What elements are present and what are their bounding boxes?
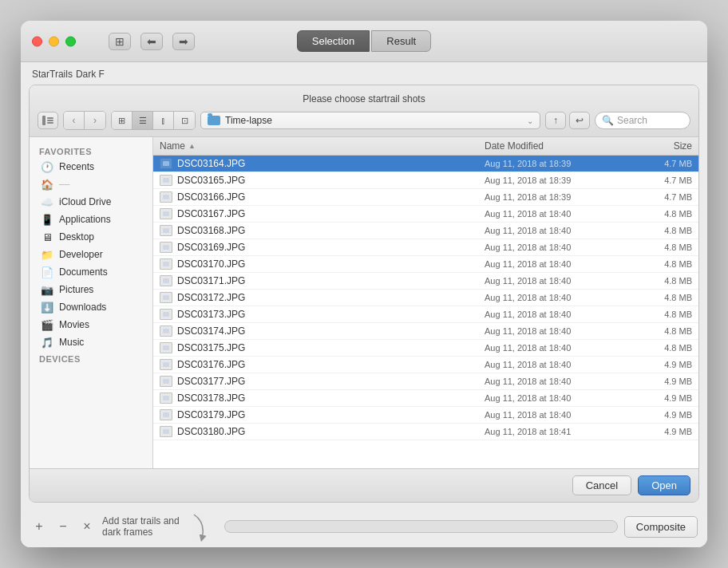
column-view-button[interactable]: ⫿ <box>153 112 174 129</box>
table-row[interactable]: DSC03171.JPG Aug 11, 2018 at 18:40 4.8 M… <box>153 273 698 290</box>
column-size-header[interactable]: Size <box>636 140 692 152</box>
file-date: Aug 11, 2018 at 18:39 <box>485 176 636 185</box>
file-icon <box>160 426 172 437</box>
file-date: Aug 11, 2018 at 18:40 <box>485 360 636 369</box>
file-date: Aug 11, 2018 at 18:41 <box>485 427 636 436</box>
file-name: DSC03168.JPG <box>177 225 485 236</box>
table-row[interactable]: DSC03165.JPG Aug 11, 2018 at 18:39 4.7 M… <box>153 172 698 189</box>
location-dropdown[interactable]: Time-lapse ⌄ <box>200 112 540 129</box>
navigate-forward-icon[interactable]: ➡ <box>172 33 195 50</box>
file-icon <box>160 242 172 253</box>
file-size: 4.9 MB <box>636 360 692 369</box>
sidebar-item-label: Movies <box>59 319 89 330</box>
file-size: 4.8 MB <box>636 259 692 269</box>
file-icon <box>160 225 172 236</box>
table-row[interactable]: DSC03176.JPG Aug 11, 2018 at 18:40 4.9 M… <box>153 357 698 373</box>
composite-button[interactable]: Composite <box>624 516 698 538</box>
column-name-header[interactable]: Name ▲ <box>160 140 485 152</box>
sidebar-item-recents[interactable]: 🕐 Recents <box>33 158 149 176</box>
file-icon <box>160 376 172 387</box>
developer-icon: 📁 <box>41 248 53 261</box>
sidebar: Favorites 🕐 Recents 🏠 –– ☁️ iCloud Drive <box>30 137 153 468</box>
open-button[interactable]: Open <box>638 475 690 495</box>
close-list-button[interactable]: × <box>78 518 96 535</box>
cancel-button[interactable]: Cancel <box>572 475 631 495</box>
close-button[interactable] <box>32 36 42 46</box>
sidebar-item-icloud[interactable]: ☁️ iCloud Drive <box>33 193 149 211</box>
file-list: Name ▲ Date Modified Size DSC03164.JPG A… <box>153 137 698 468</box>
sidebar-item-movies[interactable]: 🎬 Movies <box>33 316 149 333</box>
sidebar-item-desktop[interactable]: 🖥 Desktop <box>33 228 149 246</box>
column-date-header[interactable]: Date Modified <box>485 140 636 152</box>
file-date: Aug 11, 2018 at 18:40 <box>485 343 636 353</box>
tab-result[interactable]: Result <box>371 30 431 52</box>
app-top: StarTrails Dark F <box>21 62 707 85</box>
titlebar-icons: ⊞ ⬅ ➡ <box>109 33 195 50</box>
file-date: Aug 11, 2018 at 18:40 <box>485 393 636 403</box>
list-view-button[interactable]: ☰ <box>133 112 153 129</box>
share-button[interactable]: ↑ <box>545 112 566 129</box>
remove-button[interactable]: − <box>54 518 72 535</box>
table-row[interactable]: DSC03179.JPG Aug 11, 2018 at 18:40 4.9 M… <box>153 407 698 424</box>
file-size: 4.8 MB <box>636 343 692 353</box>
file-name: DSC03172.JPG <box>177 292 485 303</box>
table-row[interactable]: DSC03172.JPG Aug 11, 2018 at 18:40 4.8 M… <box>153 290 698 306</box>
sidebar-item-downloads[interactable]: ⬇️ Downloads <box>33 298 149 316</box>
sidebar-item-pictures[interactable]: 📷 Pictures <box>33 281 149 298</box>
file-name: DSC03165.JPG <box>177 175 485 186</box>
tab-selection[interactable]: Selection <box>297 30 370 52</box>
sidebar-item-developer[interactable]: 📁 Developer <box>33 246 149 263</box>
minimize-button[interactable] <box>49 36 59 46</box>
file-size: 4.8 MB <box>636 209 692 219</box>
table-row[interactable]: DSC03166.JPG Aug 11, 2018 at 18:39 4.7 M… <box>153 189 698 206</box>
table-row[interactable]: DSC03180.JPG Aug 11, 2018 at 18:41 4.9 M… <box>153 424 698 440</box>
titlebar: ⊞ ⬅ ➡ Selection Result <box>21 21 707 62</box>
file-name: DSC03174.JPG <box>177 325 485 337</box>
sidebar-item-label: Music <box>59 337 84 348</box>
home-icon: 🏠 <box>41 178 53 191</box>
horizontal-scrollbar[interactable] <box>224 520 618 533</box>
view-buttons: ⊞ ☰ ⫿ ⊡ <box>111 111 196 130</box>
navigation-buttons: ‹ › <box>63 111 106 130</box>
file-icon <box>160 191 172 203</box>
svg-rect-3 <box>47 122 53 124</box>
gallery-view-button[interactable]: ⊡ <box>174 112 195 129</box>
add-button[interactable]: + <box>30 518 48 535</box>
app-title: StarTrails <box>32 69 73 80</box>
dialog-prompt: Please choose startrail shots <box>38 93 690 105</box>
table-row[interactable]: DSC03169.JPG Aug 11, 2018 at 18:40 4.8 M… <box>153 239 698 256</box>
table-row[interactable]: DSC03170.JPG Aug 11, 2018 at 18:40 4.8 M… <box>153 256 698 273</box>
back-button[interactable]: ‹ <box>64 112 85 129</box>
sidebar-item-documents[interactable]: 📄 Documents <box>33 263 149 281</box>
table-row[interactable]: DSC03173.JPG Aug 11, 2018 at 18:40 4.8 M… <box>153 306 698 323</box>
table-row[interactable]: DSC03164.JPG Aug 11, 2018 at 18:39 4.7 M… <box>153 156 698 172</box>
icon-view-button[interactable]: ⊞ <box>112 112 133 129</box>
sidebar-item-applications[interactable]: 📱 Applications <box>33 211 149 228</box>
table-row[interactable]: DSC03168.JPG Aug 11, 2018 at 18:40 4.8 M… <box>153 223 698 239</box>
documents-icon: 📄 <box>41 266 53 278</box>
file-icon <box>160 175 172 186</box>
sidebar-item-home[interactable]: 🏠 –– <box>33 176 149 193</box>
return-button[interactable]: ↩ <box>569 112 590 129</box>
sidebar-item-music[interactable]: 🎵 Music <box>33 333 149 351</box>
file-size: 4.9 MB <box>636 377 692 386</box>
table-row[interactable]: DSC03177.JPG Aug 11, 2018 at 18:40 4.9 M… <box>153 373 698 390</box>
table-row[interactable]: DSC03178.JPG Aug 11, 2018 at 18:40 4.9 M… <box>153 390 698 407</box>
desktop-icon: 🖥 <box>41 231 53 243</box>
recents-icon: 🕐 <box>41 160 53 173</box>
table-row[interactable]: DSC03174.JPG Aug 11, 2018 at 18:40 4.8 M… <box>153 323 698 340</box>
file-name: DSC03175.JPG <box>177 342 485 353</box>
sidebar-icon[interactable]: ⊞ <box>109 33 131 50</box>
table-row[interactable]: DSC03167.JPG Aug 11, 2018 at 18:40 4.8 M… <box>153 206 698 223</box>
navigate-back-icon[interactable]: ⬅ <box>140 33 163 50</box>
file-name: DSC03166.JPG <box>177 191 485 203</box>
dialog-footer: Cancel Open <box>30 468 698 502</box>
table-row[interactable]: DSC03175.JPG Aug 11, 2018 at 18:40 4.8 M… <box>153 340 698 357</box>
file-size: 4.7 MB <box>636 192 692 202</box>
sidebar-toggle-button[interactable] <box>38 112 58 129</box>
devices-label: Devices <box>30 351 152 365</box>
maximize-button[interactable] <box>65 36 76 46</box>
forward-button[interactable]: › <box>85 112 105 129</box>
file-name: DSC03171.JPG <box>177 275 485 286</box>
file-date: Aug 11, 2018 at 18:39 <box>485 192 636 202</box>
